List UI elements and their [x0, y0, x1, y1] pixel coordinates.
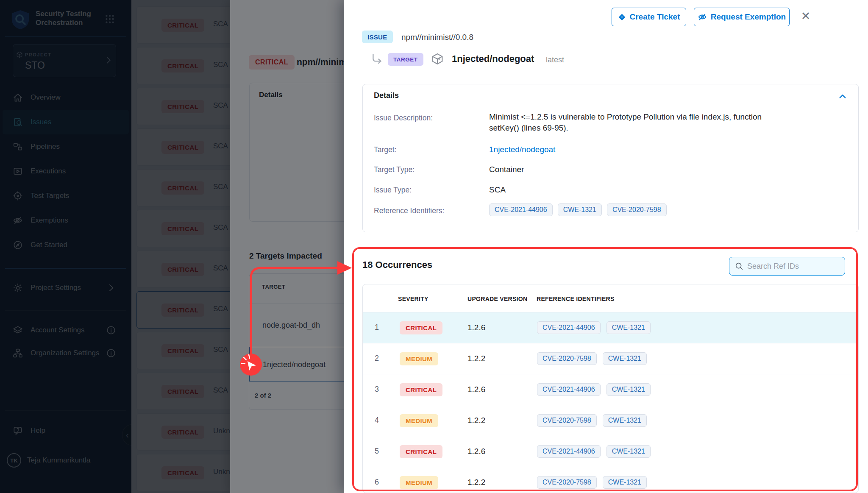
upgrade-version: 1.2.2 [467, 478, 485, 487]
column-header: UPGRADE VERSION [467, 295, 527, 302]
ref-id-chip[interactable]: CVE-2020-7598 [537, 414, 597, 427]
upgrade-version: 1.2.2 [467, 354, 485, 363]
occurrences-heading: 18 Occurrences [362, 259, 432, 270]
modal-overlay-front [0, 0, 344, 493]
reference-identifier-chips: CVE-2021-44906CWE-1321CVE-2020-7598 [489, 203, 667, 216]
reference-identifier-chips: CVE-2020-7598CWE-1321 [537, 414, 647, 427]
occurrence-row[interactable]: 4 MEDIUM 1.2.2 CVE-2020-7598CWE-1321 [363, 405, 859, 436]
row-number: 6 [375, 478, 379, 487]
upgrade-version: 1.2.6 [467, 323, 485, 332]
field-label: Target: [374, 145, 397, 154]
ref-id-chip[interactable]: CWE-1321 [606, 383, 651, 396]
row-number: 3 [375, 385, 379, 394]
severity-badge: CRITICAL [400, 383, 442, 396]
target-type-value: Container [489, 164, 524, 175]
details-card: Details Issue Description: Minimist <=1.… [362, 84, 859, 232]
issue-id: npm//minimist//0.0.8 [401, 33, 473, 42]
field-label: Issue Type: [374, 186, 412, 195]
upgrade-version: 1.2.2 [467, 416, 485, 425]
occurrence-row[interactable]: 1 CRITICAL 1.2.6 CVE-2021-44906CWE-1321 [363, 312, 859, 343]
details-heading: Details [374, 91, 399, 100]
column-header: REFERENCE IDENTIFIERS [537, 295, 615, 302]
ref-id-chip[interactable]: CWE-1321 [558, 203, 602, 216]
severity-badge: MEDIUM [400, 414, 438, 427]
reference-identifier-chips: CVE-2021-44906CWE-1321 [537, 321, 651, 334]
search-icon [734, 262, 744, 271]
severity-badge: MEDIUM [400, 352, 438, 365]
severity-badge: MEDIUM [400, 476, 438, 489]
ref-id-chip[interactable]: CWE-1321 [606, 321, 651, 334]
occurrence-detail-drawer: Create Ticket Request Exemption ✕ ISSUE … [344, 0, 868, 493]
request-exemption-button[interactable]: Request Exemption [694, 8, 790, 26]
ref-id-chip[interactable]: CVE-2020-7598 [537, 352, 597, 365]
ref-id-chip[interactable]: CVE-2021-44906 [489, 203, 553, 216]
ref-id-chip[interactable]: CVE-2020-7598 [607, 203, 667, 216]
reference-identifier-chips: CVE-2020-7598CWE-1321 [537, 476, 647, 489]
return-arrow-icon [371, 53, 383, 64]
occurrence-row[interactable]: 3 CRITICAL 1.2.6 CVE-2021-44906CWE-1321 [363, 374, 859, 405]
close-icon[interactable]: ✕ [798, 8, 813, 24]
row-number: 4 [375, 416, 379, 425]
ref-id-chip[interactable]: CWE-1321 [603, 476, 647, 489]
occurrences-table-header: SEVERITY UPGRADE VERSION REFERENCE IDENT… [363, 284, 859, 312]
upgrade-version: 1.2.6 [467, 385, 485, 394]
reference-identifier-chips: CVE-2021-44906CWE-1321 [537, 383, 651, 396]
ref-id-chip[interactable]: CVE-2021-44906 [537, 321, 601, 334]
row-number: 1 [375, 323, 379, 332]
severity-badge: CRITICAL [400, 321, 442, 334]
diamond-icon [618, 13, 626, 21]
package-icon [430, 52, 445, 66]
target-link[interactable]: 1njected/nodegoat [489, 144, 555, 155]
upgrade-version: 1.2.6 [467, 447, 485, 456]
target-name: 1njected/nodegoat [452, 53, 534, 64]
create-ticket-button[interactable]: Create Ticket [612, 8, 686, 26]
eye-off-icon [698, 12, 707, 22]
ref-id-chip[interactable]: CWE-1321 [606, 445, 651, 458]
ref-id-chip[interactable]: CWE-1321 [603, 352, 647, 365]
row-number: 2 [375, 354, 379, 363]
row-number: 5 [375, 447, 379, 456]
target-tag: latest [546, 56, 564, 64]
reference-identifier-chips: CVE-2020-7598CWE-1321 [537, 352, 647, 365]
issue-kind-badge: ISSUE [362, 31, 393, 43]
issue-description-value: Minimist <=1.2.5 is vulnerable to Protot… [489, 111, 762, 134]
search-input[interactable] [747, 262, 832, 271]
occurrence-row[interactable]: 2 MEDIUM 1.2.2 CVE-2020-7598CWE-1321 [363, 343, 859, 374]
column-header: SEVERITY [398, 295, 428, 302]
ref-id-chip[interactable]: CVE-2021-44906 [537, 383, 601, 396]
occurrence-row[interactable]: 5 CRITICAL 1.2.6 CVE-2021-44906CWE-1321 [363, 436, 859, 467]
occurrences-table: SEVERITY UPGRADE VERSION REFERENCE IDENT… [362, 284, 859, 493]
field-label: Issue Description: [374, 114, 433, 123]
ref-id-chip[interactable]: CVE-2021-44906 [537, 445, 601, 458]
field-label: Target Type: [374, 165, 415, 174]
reference-identifier-chips: CVE-2021-44906CWE-1321 [537, 445, 651, 458]
severity-badge: CRITICAL [400, 445, 442, 458]
ref-id-chip[interactable]: CVE-2020-7598 [537, 476, 597, 489]
occurrence-row[interactable]: 6 MEDIUM 1.2.2 CVE-2020-7598CWE-1321 [363, 467, 859, 493]
search-ref-ids[interactable] [729, 257, 845, 276]
issue-type-value: SCA [489, 184, 506, 195]
occurrences-rows: 1 CRITICAL 1.2.6 CVE-2021-44906CWE-1321 … [363, 312, 859, 493]
target-kind-badge: TARGET [388, 53, 423, 66]
ref-id-chip[interactable]: CWE-1321 [603, 414, 647, 427]
field-label: Reference Identifiers: [374, 206, 444, 215]
chevron-up-icon[interactable] [838, 92, 847, 101]
app-root: Security Testing Orchestration PROJECT S… [0, 0, 868, 493]
